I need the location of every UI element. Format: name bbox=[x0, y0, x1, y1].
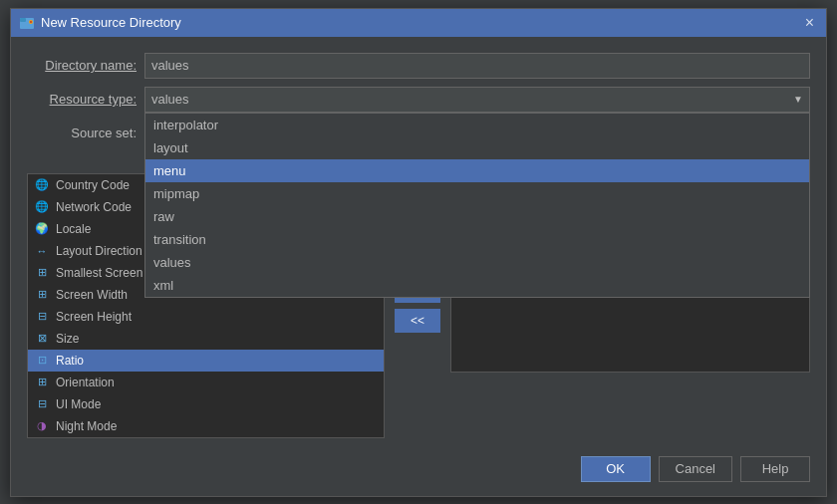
network-code-icon: 🌐 bbox=[34, 199, 50, 215]
screen-height-icon: ⊟ bbox=[34, 309, 50, 325]
qualifier-label-size: Size bbox=[56, 332, 79, 346]
qualifier-item-orientation[interactable]: ⊞ Orientation bbox=[28, 372, 384, 393]
dropdown-item-layout[interactable]: layout bbox=[145, 136, 809, 159]
directory-name-input[interactable] bbox=[144, 53, 810, 79]
qualifier-label-country-code: Country Code bbox=[56, 178, 130, 192]
ui-mode-icon: ⊟ bbox=[34, 396, 50, 412]
dialog-icon bbox=[19, 15, 35, 31]
dropdown-arrow-icon: ▼ bbox=[793, 94, 803, 105]
cancel-button[interactable]: Cancel bbox=[659, 456, 732, 482]
country-code-icon: 🌐 bbox=[34, 177, 50, 193]
resource-type-dropdown[interactable]: values ▼ bbox=[144, 87, 810, 113]
qualifier-label-screen-height: Screen Height bbox=[56, 310, 132, 324]
remove-qualifier-button[interactable]: << bbox=[395, 309, 440, 333]
smallest-screen-width-icon: ⊞ bbox=[34, 265, 50, 281]
dialog-body: Directory name: Resource type: values ▼ … bbox=[11, 37, 826, 446]
resource-type-value: values bbox=[151, 92, 189, 107]
qualifier-label-network-code: Network Code bbox=[56, 200, 132, 214]
dropdown-item-values[interactable]: values bbox=[145, 251, 809, 274]
dialog-title: New Resource Directory bbox=[41, 15, 181, 30]
dropdown-item-transition[interactable]: transition bbox=[145, 228, 809, 251]
ratio-icon: ⊡ bbox=[34, 353, 50, 369]
source-set-label: Source set: bbox=[27, 126, 137, 140]
qualifier-label-locale: Locale bbox=[56, 222, 91, 236]
qualifier-item-ui-mode[interactable]: ⊟ UI Mode bbox=[28, 393, 384, 415]
close-button[interactable]: × bbox=[801, 15, 818, 31]
qualifier-item-size[interactable]: ⊠ Size bbox=[28, 328, 384, 350]
resource-type-row: Resource type: values ▼ interpolator lay… bbox=[27, 87, 810, 113]
title-bar-left: New Resource Directory bbox=[19, 15, 181, 31]
dialog-footer: OK Cancel Help bbox=[11, 446, 826, 496]
resource-type-dropdown-list: interpolator layout menu mipmap raw tran… bbox=[144, 113, 810, 298]
qualifier-item-night-mode[interactable]: ◑ Night Mode bbox=[28, 415, 384, 437]
size-icon: ⊠ bbox=[34, 331, 50, 347]
dropdown-item-interpolator[interactable]: interpolator bbox=[145, 114, 809, 136]
locale-icon: 🌍 bbox=[34, 221, 50, 237]
dropdown-item-raw[interactable]: raw bbox=[145, 205, 809, 228]
resource-type-label: Resource type: bbox=[27, 92, 137, 107]
screen-width-icon: ⊞ bbox=[34, 287, 50, 303]
ok-button[interactable]: OK bbox=[581, 456, 651, 482]
dropdown-item-menu[interactable]: menu bbox=[145, 159, 809, 182]
layout-direction-icon: ↔ bbox=[34, 243, 50, 259]
orientation-icon: ⊞ bbox=[34, 375, 50, 390]
qualifier-label-ui-mode: UI Mode bbox=[56, 397, 101, 411]
qualifier-label-orientation: Orientation bbox=[56, 376, 115, 389]
directory-name-label: Directory name: bbox=[27, 58, 137, 73]
qualifier-label-layout-direction: Layout Direction bbox=[56, 244, 142, 258]
directory-name-row: Directory name: bbox=[27, 53, 810, 79]
qualifier-item-ratio[interactable]: ⊡ Ratio bbox=[28, 350, 384, 372]
dropdown-item-xml[interactable]: xml bbox=[145, 274, 809, 297]
qualifier-label-ratio: Ratio bbox=[56, 354, 84, 368]
qualifier-label-night-mode: Night Mode bbox=[56, 419, 117, 433]
qualifier-item-screen-height[interactable]: ⊟ Screen Height bbox=[28, 306, 384, 328]
title-bar: New Resource Directory × bbox=[11, 9, 826, 37]
help-button[interactable]: Help bbox=[740, 456, 810, 482]
night-mode-icon: ◑ bbox=[34, 418, 50, 434]
new-resource-directory-dialog: New Resource Directory × Directory name:… bbox=[10, 8, 827, 497]
dropdown-item-mipmap[interactable]: mipmap bbox=[145, 182, 809, 205]
svg-rect-1 bbox=[20, 18, 26, 22]
qualifier-label-screen-width: Screen Width bbox=[56, 288, 128, 302]
resource-type-dropdown-container: values ▼ interpolator layout menu mipmap… bbox=[144, 87, 810, 113]
